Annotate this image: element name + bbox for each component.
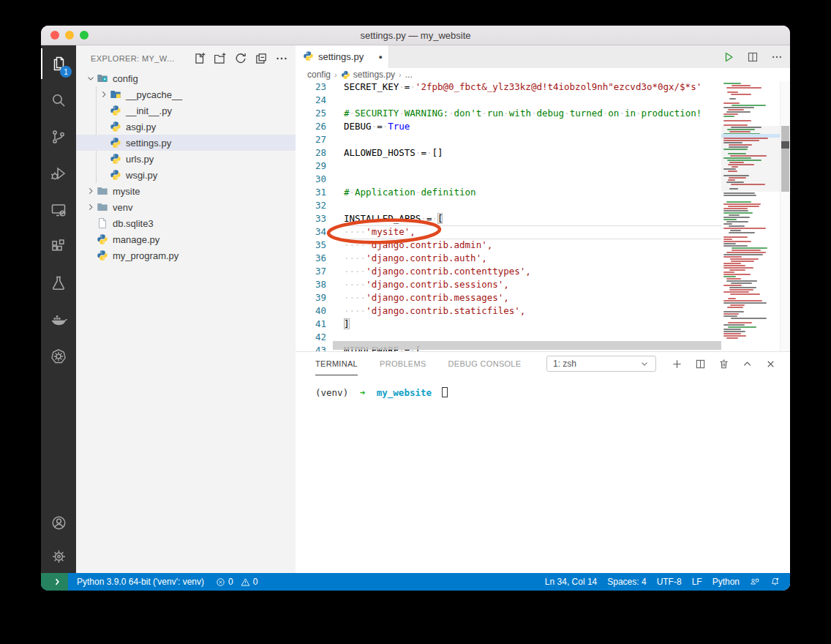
code-line: SECRET_KEY·=·'2fpb@0_fbct&_ylz33kz@d!t4i… [344,81,702,94]
activity-settings-gear[interactable] [41,539,76,573]
breadcrumb-symbol[interactable]: ... [405,70,413,80]
minimap-line [730,293,760,295]
minimap-line [731,261,754,262]
modified-dot-icon: ● [379,53,383,61]
code-line: ····'django.contrib.auth', [344,252,487,265]
tree-item-label: __pycache__ [126,89,182,100]
tree-item--pycache-[interactable]: __pycache__ [76,86,296,102]
minimap-line [729,225,745,227]
problems-status[interactable]: 0 0 [210,573,263,591]
tree-item-wsgi-py[interactable]: wsgi.py [76,167,296,183]
tree-item-label: __init__.py [126,105,172,116]
activity-source-control[interactable] [41,119,76,155]
maximize-panel-button[interactable] [742,359,753,370]
chevron-none-icon [85,233,97,245]
activity-run-debug[interactable] [41,155,76,192]
activity-account[interactable] [41,506,76,539]
python-interpreter-status[interactable]: Python 3.9.0 64-bit ('venv': venv) [71,573,210,591]
activity-files[interactable]: 1 [41,45,76,82]
minimap-line [723,254,763,255]
more-actions-icon[interactable] [275,52,288,65]
activity-docker[interactable] [41,302,76,338]
chevron-none-icon [98,153,110,165]
activity-kubernetes[interactable] [41,338,76,375]
line-number: 23 [296,81,326,94]
line-number: 31 [296,186,326,199]
indentation-status[interactable]: Spaces: 4 [602,573,651,591]
encoding-status[interactable]: UTF-8 [652,573,687,591]
zoom-window-button[interactable] [80,31,89,40]
breadcrumb-config[interactable]: config [307,70,331,80]
line-number: 24 [296,94,326,107]
close-window-button[interactable] [50,31,59,40]
panel-tab-debug-console[interactable]: DEBUG CONSOLE [448,352,522,375]
eol-status[interactable]: LF [687,573,707,591]
minimap[interactable] [721,81,780,351]
minimap-line [732,105,766,106]
panel-header: TERMINALPROBLEMSDEBUG CONSOLE 1: zsh [296,352,790,375]
tree-item-config[interactable]: config [76,70,296,86]
new-file-icon[interactable] [193,52,206,65]
activity-search[interactable] [41,82,76,119]
notifications-bell-icon[interactable] [765,573,786,591]
shell-selected-value: 1: zsh [553,359,576,369]
tree-item-mysite[interactable]: mysite [76,183,296,199]
kill-terminal-button[interactable] [718,359,729,370]
code-editor[interactable]: 23SECRET_KEY·=·'2fpb@0_fbct&_ylz33kz@d!t… [296,81,721,351]
line-number: 35 [296,239,326,252]
terminal-cursor [442,387,448,397]
activity-remote-explorer[interactable] [41,192,76,228]
more-actions-icon[interactable] [771,51,783,63]
error-icon [216,577,225,587]
run-python-file-button[interactable] [723,51,734,63]
minimap-line [729,287,756,288]
minimap-line [723,208,748,209]
settings-gear-icon [50,548,67,565]
activity-extensions[interactable] [41,228,76,265]
new-terminal-button[interactable] [672,359,683,370]
tree-item-venv[interactable]: venv [76,199,296,215]
tree-item-asgi-py[interactable]: asgi.py [76,119,296,135]
cursor-position-status[interactable]: Ln 34, Col 14 [540,573,602,591]
minimap-line [723,212,753,214]
feedback-icon[interactable] [745,573,765,591]
remote-indicator[interactable] [41,573,68,591]
terminal-output[interactable]: (venv) ➜ my_website [296,375,790,398]
tree-item-urls-py[interactable]: urls.py [76,151,296,167]
tree-item-db-sqlite3[interactable]: db.sqlite3 [76,215,296,231]
activity-test[interactable] [41,265,76,302]
scrollbar-thumb[interactable] [781,126,789,192]
close-panel-button[interactable] [765,359,776,370]
code-line: ····'django.contrib.staticfiles', [344,304,525,318]
folder-config-icon [97,72,109,84]
vertical-scrollbar[interactable] [780,81,790,351]
collapse-folders-icon[interactable] [255,52,268,65]
minimap-line [728,326,756,328]
tree-item-settings-py[interactable]: settings.py [76,135,296,151]
terminal-shell-select[interactable]: 1: zsh [546,356,656,372]
panel-tab-problems[interactable]: PROBLEMS [380,352,426,375]
minimap-line [729,98,736,100]
tree-item-label: config [113,73,138,84]
new-folder-icon[interactable] [214,52,227,65]
tree-item-my-program-py[interactable]: my_program.py [76,247,296,263]
tab-settings-py[interactable]: settings.py ● [296,45,389,68]
minimap-line [723,313,739,315]
tree-item--init-py[interactable]: __init__.py [76,102,296,119]
minimap-line [723,107,754,108]
tree-item-manage-py[interactable]: manage.py [76,231,296,247]
minimap-line [723,245,748,247]
breadcrumb-file[interactable]: settings.py [353,70,395,80]
minimap-line [726,87,762,89]
split-editor-button[interactable] [747,51,759,63]
terminal-panel: TERMINALPROBLEMSDEBUG CONSOLE 1: zsh (ve… [296,351,790,573]
tree-item-label: wsgi.py [126,170,157,181]
split-terminal-button[interactable] [695,359,706,370]
line-number: 29 [296,160,326,173]
panel-tab-terminal[interactable]: TERMINAL [315,352,358,375]
refresh-icon[interactable] [234,52,247,65]
minimize-window-button[interactable] [65,31,74,40]
minimap-line [732,85,751,86]
horizontal-scrollbar[interactable] [333,341,721,350]
language-mode-status[interactable]: Python [707,573,745,591]
